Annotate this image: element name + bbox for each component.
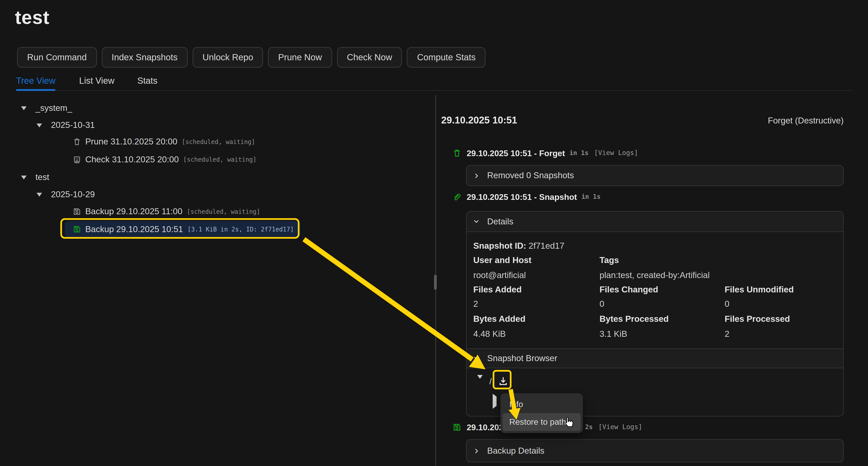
panel-label: Backup Details [487, 446, 545, 456]
annotation-box-download-button [493, 370, 512, 389]
tab-list-view[interactable]: List View [79, 76, 115, 86]
snapshot-browser-section-header[interactable]: Snapshot Browser [467, 348, 843, 368]
field-value: 2 [725, 329, 730, 340]
section-label: Details [487, 216, 514, 226]
operation-title: 29.10.2025 10:51 - Forget [467, 148, 565, 158]
tree-node-status: [scheduled, waiting] [182, 138, 255, 146]
view-logs-link[interactable]: [View Logs] [594, 149, 638, 157]
unlock-repo-button[interactable]: Unlock Repo [192, 47, 263, 67]
tree-node-label: Backup 29.10.2025 11:00 [85, 206, 182, 216]
removed-snapshots-panel[interactable]: Removed 0 Snapshots [466, 165, 843, 186]
split-scrollbar-thumb[interactable] [434, 275, 436, 290]
field-value: 2 [473, 299, 478, 310]
view-logs-link[interactable]: [View Logs] [598, 423, 642, 431]
check-now-button[interactable]: Check Now [337, 47, 402, 67]
chevron-right-icon [473, 447, 480, 455]
prune-now-button[interactable]: Prune Now [268, 47, 332, 67]
tree-node-status: [scheduled, waiting] [187, 208, 260, 215]
caret-right-icon[interactable] [493, 396, 497, 406]
field-value: root@artificial [473, 270, 526, 281]
operation-title: 29.10.2025 10:51 - Snapshot [467, 192, 577, 201]
caret-down-icon[interactable] [37, 123, 42, 127]
hand-cursor-icon [562, 416, 575, 428]
caret-down-icon[interactable] [477, 379, 483, 388]
floppy-save-icon [452, 422, 462, 432]
page-title: test [15, 7, 50, 28]
snapshot-id-label: Snapshot ID: [473, 241, 526, 250]
details-section-header[interactable]: Details [467, 211, 843, 232]
tree-node-label: 2025-10-31 [51, 120, 95, 130]
chevron-right-icon [473, 172, 480, 179]
paperclip-icon [452, 192, 462, 201]
field-value: 0 [599, 299, 604, 310]
field-label: Tags [599, 255, 619, 266]
forget-destructive-link[interactable]: Forget (Destructive) [768, 116, 843, 125]
field-label: Bytes Added [473, 314, 525, 325]
field-label: User and Host [473, 255, 532, 266]
operation-duration: in 1s [569, 149, 589, 157]
index-snapshots-button[interactable]: Index Snapshots [101, 47, 187, 67]
tree-row-2025-10-29[interactable]: 2025-10-29 [15, 186, 441, 203]
field-label: Files Unmodified [725, 285, 794, 295]
active-tab-indicator [16, 89, 55, 91]
tree-row-test[interactable]: test [15, 169, 425, 185]
field-label: Files Processed [725, 314, 790, 325]
operation-row-forget: 29.10.2025 10:51 - Forget in 1s [View Lo… [452, 147, 638, 159]
tabs-underline [15, 90, 853, 91]
snapshot-id-value: 2f71ed17 [529, 241, 564, 250]
tree-row-check[interactable]: Check 31.10.2025 20:00 [scheduled, waiti… [15, 151, 476, 168]
chevron-down-icon [473, 218, 480, 225]
field-value: 3.1 KiB [599, 329, 627, 340]
tree-node-status: [scheduled, waiting] [183, 156, 256, 163]
tree-node-label: test [35, 172, 49, 182]
operation-row-snapshot: 29.10.2025 10:51 - Snapshot in 1s [452, 191, 601, 203]
tree-node-label: Prune 31.10.2025 20:00 [85, 137, 177, 147]
tab-tree-view[interactable]: Tree View [16, 76, 55, 86]
field-value: 4.48 KiB [473, 329, 506, 340]
field-label: Bytes Processed [599, 314, 669, 325]
operation-date-title: 29.10.2025 10:51 [441, 115, 517, 126]
caret-down-icon[interactable] [37, 192, 42, 196]
floppy-save-icon [73, 207, 82, 216]
section-label: Snapshot Browser [487, 353, 557, 363]
operation-duration: in 1s [582, 193, 601, 201]
robot-check-icon [73, 155, 82, 164]
trash-icon [73, 137, 82, 146]
snapshot-id-line: Snapshot ID: 2f71ed17 [473, 241, 564, 252]
field-value: 0 [725, 299, 730, 310]
details-body: Snapshot ID: 2f71ed17 User and Host Tags… [467, 232, 843, 348]
caret-down-icon[interactable] [21, 175, 27, 179]
tree-node-label: Check 31.10.2025 20:00 [85, 154, 179, 165]
field-value: plan:test, created-by:Artificial [599, 270, 710, 281]
backup-details-panel[interactable]: Backup Details [466, 439, 843, 463]
trash-icon [452, 148, 462, 158]
chevron-down-icon [473, 354, 480, 362]
snapshot-details-panel: Details Snapshot ID: 2f71ed17 User and H… [466, 211, 843, 416]
file-tree-root-path[interactable]: / [489, 376, 492, 386]
field-label: Files Changed [599, 285, 658, 295]
panel-label: Removed 0 Snapshots [487, 171, 574, 180]
caret-down-icon[interactable] [21, 106, 27, 110]
compute-stats-button[interactable]: Compute Stats [407, 47, 486, 67]
tree-row-prune[interactable]: Prune 31.10.2025 20:00 [scheduled, waiti… [15, 134, 476, 150]
backrest-plan-page: test Run Command Index Snapshots Unlock … [0, 0, 868, 466]
toolbar: Run Command Index Snapshots Unlock Repo … [17, 47, 486, 67]
tree-row-2025-10-31[interactable]: 2025-10-31 [15, 117, 441, 134]
run-command-button[interactable]: Run Command [17, 47, 97, 67]
tab-stats[interactable]: Stats [137, 76, 157, 86]
menu-item-info[interactable]: Info [503, 395, 581, 413]
tree-row-backup-1100[interactable]: Backup 29.10.2025 11:00 [scheduled, wait… [15, 203, 476, 220]
operation-header: 29.10.2025 10:51 Forget (Destructive) [441, 115, 844, 126]
tree-node-label: _system_ [35, 103, 72, 113]
annotation-box-selected-backup [60, 218, 299, 239]
tree-node-label: 2025-10-29 [51, 190, 95, 199]
tree-row-system[interactable]: _system_ [15, 99, 425, 116]
field-label: Files Added [473, 285, 522, 295]
